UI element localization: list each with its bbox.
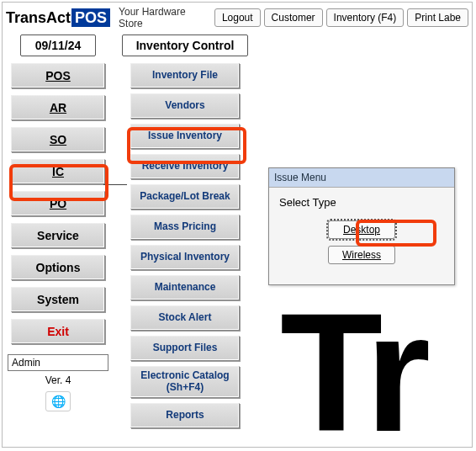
nav-ic[interactable]: IC — [11, 159, 105, 184]
stock-alert-button[interactable]: Stock Alert — [130, 305, 240, 331]
store-name: Your Hardware Store — [119, 6, 203, 29]
wireless-button[interactable]: Wireless — [328, 246, 395, 264]
reports-button[interactable]: Reports — [130, 403, 240, 428]
version-label: Ver. 4 — [8, 374, 108, 386]
logout-button[interactable]: Logout — [214, 8, 261, 27]
inventory-file-button[interactable]: Inventory File — [130, 63, 240, 88]
support-files-button[interactable]: Support Files — [130, 336, 240, 361]
maintenance-button[interactable]: Maintenance — [130, 275, 240, 300]
inventory-button[interactable]: Inventory (F4) — [326, 8, 405, 27]
physical-inventory-button[interactable]: Physical Inventory — [130, 245, 240, 270]
date-display: 09/11/24 — [20, 34, 96, 56]
issue-inventory-button[interactable]: Issue Inventory — [130, 124, 240, 149]
left-nav: 09/11/24 POS AR SO IC PO Service Options… — [8, 34, 108, 411]
nav-exit[interactable]: Exit — [11, 319, 105, 344]
nav-system[interactable]: System — [11, 287, 105, 312]
mass-pricing-button[interactable]: Mass Pricing — [130, 215, 240, 240]
inventory-menu: Inventory Control Inventory File Vendors… — [122, 34, 248, 433]
receive-inventory-button[interactable]: Receive Inventory — [130, 154, 240, 179]
dialog-title: Issue Menu — [269, 168, 454, 188]
package-lot-button[interactable]: Package/Lot Break — [130, 184, 240, 210]
nav-options[interactable]: Options — [11, 255, 105, 280]
nav-pos[interactable]: POS — [11, 63, 105, 88]
issue-menu-dialog: Issue Menu Select Type Desktop Wireless — [268, 167, 455, 285]
desktop-button[interactable]: Desktop — [328, 220, 395, 239]
connector-line — [103, 184, 127, 185]
electronic-catalog-button[interactable]: Electronic Catalog (Sh+F4) — [130, 366, 240, 398]
customer-button[interactable]: Customer — [264, 8, 323, 27]
print-labels-button[interactable]: Print Labe — [407, 8, 468, 27]
admin-input[interactable] — [8, 354, 108, 371]
top-bar: TransActPOS Your Hardware Store Logout C… — [3, 3, 472, 34]
inventory-header: Inventory Control — [122, 34, 248, 56]
refresh-icon[interactable]: 🌐 — [45, 391, 71, 411]
nav-service[interactable]: Service — [11, 223, 105, 248]
vendors-button[interactable]: Vendors — [130, 93, 240, 119]
nav-so[interactable]: SO — [11, 127, 105, 152]
app-logo: TransActPOS — [6, 9, 110, 27]
nav-po[interactable]: PO — [11, 191, 105, 216]
nav-ar[interactable]: AR — [11, 95, 105, 120]
dialog-prompt: Select Type — [279, 196, 444, 209]
